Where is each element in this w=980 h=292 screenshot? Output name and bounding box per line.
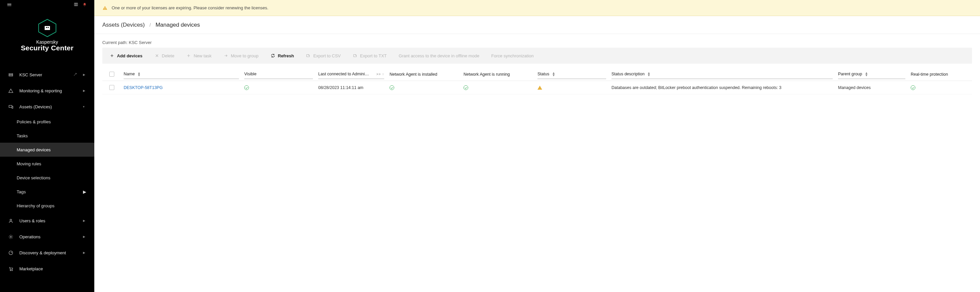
col-last-connected[interactable]: Last connected to Admini…>> ↑	[315, 70, 387, 79]
status-description-value: Databases are outdated; BitLocker preboo…	[611, 85, 781, 90]
add-devices-button[interactable]: Add devices	[110, 53, 143, 58]
chevron-down-icon: ▾	[83, 105, 86, 109]
sidebar-item-discovery[interactable]: Discovery & deployment ▶	[0, 245, 94, 261]
bell-icon[interactable]	[82, 2, 87, 7]
sidebar-item-label: Tasks	[17, 133, 28, 138]
export-txt-button: Export to TXT	[353, 53, 387, 58]
sidebar-item-operations[interactable]: Operations ▶	[0, 229, 94, 245]
sidebar-sub-device-selections[interactable]: Device selections	[0, 171, 94, 185]
sidebar-item-label: Marketplace	[19, 266, 86, 271]
table-row[interactable]: DESKTOP-58T13PG 08/28/2023 11:14:11 am D…	[102, 81, 972, 94]
svg-point-9	[10, 236, 11, 237]
col-status-desc[interactable]: Status description▲▼	[609, 70, 835, 79]
devices-icon	[8, 104, 13, 109]
sidebar-sub-moving-rules[interactable]: Moving rules	[0, 157, 94, 171]
sidebar-sub-hierarchy[interactable]: Hierarchy of groups	[0, 199, 94, 213]
row-select[interactable]	[102, 85, 121, 90]
devices-table: Name▲▼ Visible Last connected to Admini……	[102, 68, 972, 284]
column-label: Visible	[244, 72, 256, 77]
plus-icon	[110, 53, 114, 58]
export-icon	[306, 53, 310, 58]
refresh-button[interactable]: Refresh	[270, 53, 294, 58]
column-label: Parent group	[838, 72, 862, 77]
svg-point-12	[12, 270, 12, 271]
col-visible[interactable]: Visible	[242, 70, 315, 79]
export-csv-button: Export to CSV	[306, 53, 340, 58]
export-icon	[353, 53, 358, 58]
sidebar: Kaspersky Security Center KSC Server ▶ M…	[0, 0, 94, 292]
button-label: Export to CSV	[313, 53, 340, 58]
brand-line2: Security Center	[21, 44, 73, 52]
chevron-right-icon: ▶	[83, 251, 86, 254]
warning-icon	[538, 86, 542, 90]
chevron-right-icon: ▶	[83, 89, 86, 93]
chevron-right-icon: ▶	[83, 235, 86, 238]
sidebar-sub-policies[interactable]: Policies & profiles	[0, 115, 94, 129]
warning-icon	[8, 88, 13, 93]
force-sync-button: Force synchronization	[491, 53, 533, 58]
svg-rect-2	[46, 27, 47, 28]
col-parent-group[interactable]: Parent group▲▼	[835, 70, 908, 79]
col-rtp[interactable]: Real-time protection	[908, 70, 972, 79]
gear-icon	[8, 234, 13, 239]
svg-rect-3	[48, 27, 49, 28]
sidebar-sub-tags[interactable]: Tags▶	[0, 185, 94, 199]
sidebar-item-assets[interactable]: Assets (Devices) ▾	[0, 99, 94, 115]
check-ok-icon	[390, 85, 394, 90]
chevron-right-icon: ▶	[83, 219, 86, 222]
svg-rect-7	[12, 106, 13, 108]
delete-button: Delete	[154, 53, 175, 58]
sort-icon: ▲▼	[647, 72, 651, 77]
radar-icon	[8, 250, 13, 255]
check-ok-icon	[911, 85, 915, 90]
svg-rect-5	[9, 75, 12, 76]
col-na-installed[interactable]: Network Agent is installed	[387, 70, 461, 79]
cart-icon	[8, 266, 13, 271]
device-link[interactable]: DESKTOP-58T13PG	[124, 85, 162, 90]
sidebar-item-label: Device selections	[17, 176, 50, 180]
select-all-cell[interactable]	[102, 72, 121, 77]
checkbox-icon	[109, 72, 114, 77]
refresh-icon	[270, 53, 275, 58]
column-label: Status	[538, 72, 549, 77]
column-label: Name	[124, 72, 135, 77]
breadcrumb: Assets (Devices) / Managed devices	[94, 16, 980, 34]
breadcrumb-current: Managed devices	[156, 22, 200, 28]
sidebar-item-monitoring[interactable]: Monitoring & reporting ▶	[0, 83, 94, 99]
column-label: Network Agent is running	[463, 72, 510, 77]
last-connected-value: 08/28/2023 11:14:11 am	[318, 85, 364, 90]
button-label: Force synchronization	[491, 53, 533, 58]
settings-icon-small[interactable]	[73, 72, 77, 77]
svg-rect-13	[105, 7, 105, 9]
x-icon	[154, 53, 159, 58]
sidebar-item-users[interactable]: Users & roles ▶	[0, 213, 94, 229]
sidebar-item-label: Hierarchy of groups	[17, 203, 54, 208]
sidebar-sub-tasks[interactable]: Tasks	[0, 129, 94, 143]
button-label: Export to TXT	[360, 53, 387, 58]
col-status[interactable]: Status▲▼	[535, 70, 609, 79]
column-label: Network Agent is installed	[390, 72, 437, 77]
plus-icon	[186, 53, 191, 58]
breadcrumb-root[interactable]: Assets (Devices)	[102, 22, 145, 28]
column-label: Real-time protection	[911, 72, 948, 77]
chevron-right-icon: ▶	[83, 189, 86, 194]
sidebar-topbar	[0, 0, 94, 10]
svg-rect-6	[9, 105, 12, 107]
book-icon[interactable]	[74, 2, 78, 7]
sidebar-item-ksc-server[interactable]: KSC Server ▶	[0, 67, 94, 83]
button-label: Grant access to the device in offline mo…	[399, 53, 479, 58]
col-na-running[interactable]: Network Agent is running	[461, 70, 535, 79]
sidebar-item-marketplace[interactable]: Marketplace	[0, 261, 94, 277]
banner-text: One or more of your licenses are expirin…	[111, 5, 268, 10]
col-name[interactable]: Name▲▼	[121, 70, 242, 79]
sidebar-item-label: Tags	[17, 189, 83, 194]
brand-logo-icon	[37, 19, 57, 37]
svg-rect-14	[105, 9, 105, 9]
sidebar-sub-managed-devices[interactable]: Managed devices	[0, 143, 94, 157]
menu-toggle[interactable]	[7, 3, 11, 6]
grant-access-button: Grant access to the device in offline mo…	[399, 53, 479, 58]
svg-rect-4	[9, 73, 12, 74]
sidebar-item-label: KSC Server	[19, 72, 67, 77]
chevron-right-icon: ▶	[83, 73, 86, 77]
svg-point-11	[10, 270, 11, 271]
